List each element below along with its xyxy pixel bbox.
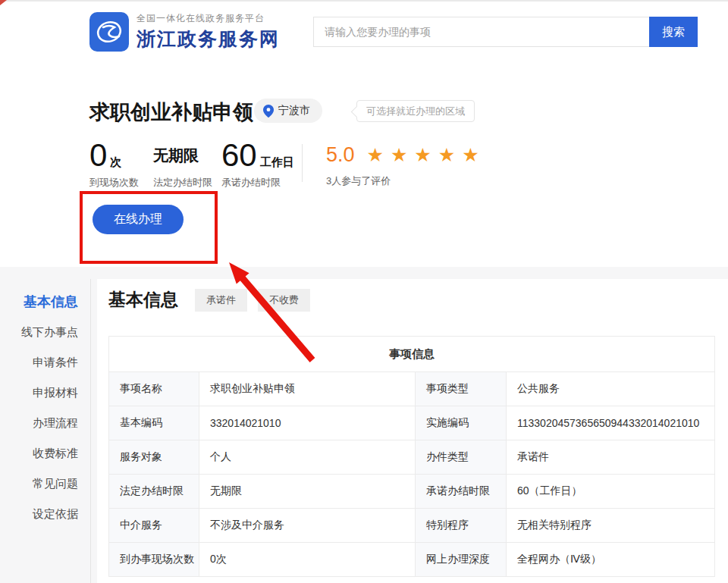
row-label: 到办事现场次数 [109,543,199,577]
search-bar: 搜索 [313,17,698,47]
row-label: 承诺办结时限 [416,475,507,509]
rating-block: 5.0 ★★★★★ 3人参与了评价 [326,141,486,188]
stat-value: 无期限 [153,139,199,171]
row-value: 公共服务 [507,372,715,406]
row-value: 承诺件 [507,440,715,475]
stat-onsite-visits: 0 次 到现场次数 [89,139,139,190]
city-selector[interactable]: 宁波市 [254,99,322,123]
table-row: 法定办结时限 无期限 承诺办结时限 60（工作日） [109,475,715,509]
site-logo[interactable]: 全国一体化在线政务服务平台 浙江政务服务网 [89,12,280,52]
corner-artifact [0,0,7,5]
stat-label: 法定办结时限 [153,176,212,190]
row-value: 无期限 [199,475,416,509]
row-label: 实施编码 [416,406,507,440]
sidebar-item-process-flow[interactable]: 办理流程 [0,408,78,438]
sidebar-item-application-materials[interactable]: 申报材料 [0,378,78,408]
logo-icon [89,12,129,52]
stat-legal-time-limit: 无期限 法定办结时限 [153,139,212,190]
row-label: 特别程序 [416,509,507,543]
sidebar-divider [90,279,91,583]
row-label: 事项名称 [109,372,199,406]
logo-text: 全国一体化在线政务服务平台 浙江政务服务网 [136,12,280,52]
stat-unit: 工作日 [260,155,294,170]
search-button[interactable]: 搜索 [649,17,698,47]
page-title: 求职创业补贴申领 [89,99,253,126]
online-apply-button[interactable]: 在线办理 [93,205,184,234]
site-name: 浙江政务服务网 [136,27,280,52]
search-input[interactable] [313,17,649,47]
stat-value: 0 [89,139,107,171]
city-label: 宁波市 [278,104,310,118]
row-value: 个人 [199,440,416,475]
rating-score: 5.0 [326,143,355,167]
sidebar-item-faq[interactable]: 常见问题 [0,469,78,499]
row-value: 无相关特别程序 [507,509,715,543]
row-value: 0次 [199,543,416,577]
table-row: 到办事现场次数 0次 网上办理深度 全程网办（Ⅳ级） [109,543,715,577]
rating-stars-icon: ★★★★★ [367,146,486,165]
item-info-table: 事项信息 事项名称 求职创业补贴申领 事项类型 公共服务 基本编码 332014… [108,336,715,577]
region-tip: 可选择就近办理的区域 [356,100,475,122]
top-border [0,0,728,2]
table-row: 中介服务 不涉及中介服务 特别程序 无相关特别程序 [109,509,715,543]
stat-promised-time-limit: 60 工作日 承诺办结时限 [221,139,294,190]
table-title: 事项信息 [109,337,715,372]
rating-participants: 3人参与了评价 [326,174,486,188]
location-pin-icon [263,105,274,118]
table-row: 服务对象 个人 办件类型 承诺件 [109,440,715,475]
stat-label: 到现场次数 [89,176,139,190]
sidebar-item-basic-info[interactable]: 基本信息 [0,287,78,317]
row-label: 事项类型 [416,372,507,406]
row-value: 全程网办（Ⅳ级） [507,543,715,577]
badge-promised-item: 承诺件 [195,289,247,312]
platform-name: 全国一体化在线政务服务平台 [136,12,280,25]
badge-no-fee: 不收费 [258,289,310,312]
page: 全国一体化在线政务服务平台 浙江政务服务网 搜索 求职创业补贴申领 宁波市 可选… [0,0,728,583]
section-heading: 基本信息 [108,288,178,312]
basic-info-card: 基本信息 承诺件 不收费 事项信息 事项名称 求职创业补贴申领 事项类型 公共服… [97,279,728,583]
sidebar-nav: 基本信息 线下办事点 申请条件 申报材料 办理流程 收费标准 常见问题 设定依据 [0,287,78,529]
row-label: 中介服务 [109,509,199,543]
row-label: 办件类型 [416,440,507,475]
row-label: 基本编码 [109,406,199,440]
stats-divider [302,144,303,182]
row-value: 332014021010 [199,406,416,440]
stat-label: 承诺办结时限 [221,176,294,190]
sidebar-item-offline-locations[interactable]: 线下办事点 [0,317,78,347]
sidebar-item-application-conditions[interactable]: 申请条件 [0,347,78,378]
stat-unit: 次 [110,155,121,170]
row-label: 网上办理深度 [416,543,507,577]
row-label: 法定办结时限 [109,475,199,509]
row-value: 不涉及中介服务 [199,509,416,543]
row-label: 服务对象 [109,440,199,475]
sidebar-item-fee-standard[interactable]: 收费标准 [0,438,78,469]
row-value: 1133020457365650944332014021010 [507,406,715,440]
row-value: 60（工作日） [507,475,715,509]
table-row: 事项名称 求职创业补贴申领 事项类型 公共服务 [109,372,715,406]
row-value: 求职创业补贴申领 [199,372,416,406]
sidebar-item-legal-basis[interactable]: 设定依据 [0,499,78,529]
table-row: 基本编码 332014021010 实施编码 11330204573656509… [109,406,715,440]
stat-value: 60 [221,139,257,171]
